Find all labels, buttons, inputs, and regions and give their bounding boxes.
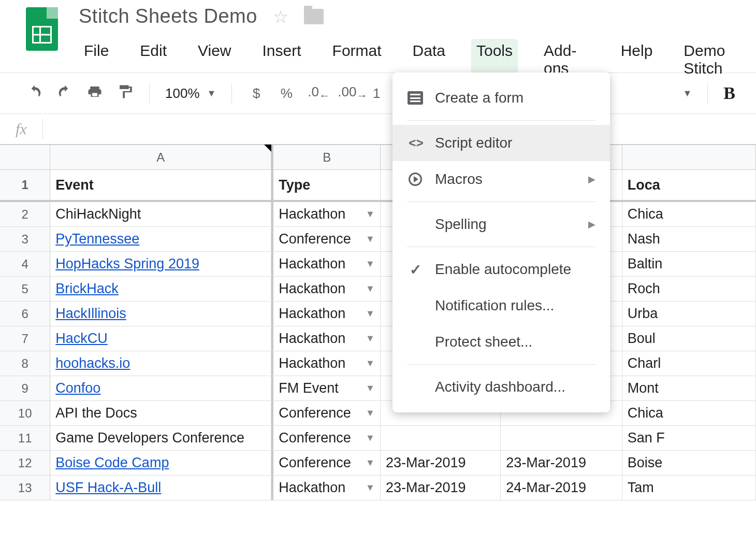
- cell-event[interactable]: Boise Code Camp: [50, 451, 271, 475]
- cell-dropdown-icon[interactable]: ▼: [366, 209, 375, 220]
- folder-icon[interactable]: [304, 9, 324, 24]
- column-header-b[interactable]: B: [271, 145, 381, 169]
- row-number[interactable]: 9: [0, 376, 50, 400]
- tools-macros[interactable]: Macros ▶: [392, 161, 610, 197]
- menu-insert[interactable]: Insert: [257, 39, 307, 80]
- cell-type[interactable]: Hackathon▼: [271, 202, 381, 226]
- tools-activity-dashboard[interactable]: Activity dashboard...: [392, 369, 610, 405]
- tools-create-form[interactable]: Create a form: [392, 80, 610, 116]
- zoom-select[interactable]: 100%▼: [165, 85, 216, 102]
- cell-location[interactable]: Tam: [622, 476, 756, 500]
- cell-dropdown-icon[interactable]: ▼: [366, 259, 375, 269]
- header-type[interactable]: Type: [271, 170, 381, 200]
- cell-type[interactable]: Conference▼: [271, 227, 381, 251]
- cell-event[interactable]: API the Docs: [50, 401, 271, 425]
- cell-event[interactable]: BrickHack: [50, 277, 271, 301]
- menu-help[interactable]: Help: [616, 39, 658, 80]
- cell-location[interactable]: Boul: [622, 326, 756, 351]
- cell-location[interactable]: Charl: [622, 351, 756, 376]
- row-number[interactable]: 13: [0, 476, 50, 500]
- row-number[interactable]: 2: [0, 202, 50, 226]
- column-header-e[interactable]: [622, 145, 756, 169]
- cell-dropdown-icon[interactable]: ▼: [366, 358, 375, 369]
- sheets-logo[interactable]: [26, 7, 58, 51]
- tools-spelling[interactable]: Spelling ▶: [392, 206, 610, 242]
- more-formats-dropdown[interactable]: ▼: [682, 88, 692, 99]
- cell-type[interactable]: Conference▼: [271, 426, 381, 450]
- row-number[interactable]: 12: [0, 451, 50, 475]
- menu-view[interactable]: View: [193, 39, 236, 80]
- cell-dropdown-icon[interactable]: ▼: [366, 482, 375, 493]
- cell-dropdown-icon[interactable]: ▼: [366, 408, 375, 419]
- cell-location[interactable]: Urba: [622, 302, 756, 326]
- cell-event[interactable]: USF Hack-A-Bull: [50, 476, 271, 500]
- bold-button[interactable]: B: [723, 83, 735, 103]
- cell-type[interactable]: Hackathon▼: [271, 351, 381, 376]
- cell-event[interactable]: Confoo: [50, 376, 271, 400]
- select-all-corner[interactable]: [0, 145, 50, 169]
- cell-event[interactable]: HackIllinois: [50, 302, 271, 326]
- row-number[interactable]: 1: [0, 170, 50, 200]
- cell-type[interactable]: Conference▼: [271, 401, 381, 425]
- menu-edit[interactable]: Edit: [135, 39, 172, 80]
- cell-location[interactable]: Roch: [622, 277, 756, 301]
- cell-event[interactable]: HopHacks Spring 2019: [50, 252, 271, 276]
- cell-type[interactable]: Hackathon▼: [271, 326, 381, 351]
- cell[interactable]: 23-Mar-2019: [381, 476, 501, 500]
- cell-location[interactable]: Baltin: [622, 252, 756, 276]
- increase-decimal-button[interactable]: .00→: [338, 84, 355, 103]
- cell-event[interactable]: ChiHackNight: [50, 202, 271, 226]
- cell[interactable]: [501, 426, 622, 450]
- star-icon[interactable]: ☆: [273, 6, 288, 27]
- cell-type[interactable]: Hackathon▼: [271, 277, 381, 301]
- format-percent-button[interactable]: %: [278, 85, 295, 102]
- cell[interactable]: 23-Mar-2019: [381, 451, 501, 475]
- column-header-a[interactable]: A: [50, 145, 271, 169]
- cell-event[interactable]: Game Developers Conference: [50, 426, 271, 450]
- cell-type[interactable]: Hackathon▼: [271, 476, 381, 500]
- tools-enable-autocomplete[interactable]: Enable autocomplete: [392, 251, 610, 288]
- row-number[interactable]: 7: [0, 326, 50, 351]
- cell-dropdown-icon[interactable]: ▼: [366, 457, 375, 468]
- row-number[interactable]: 3: [0, 227, 50, 251]
- cell-location[interactable]: San F: [622, 426, 756, 450]
- row-number[interactable]: 5: [0, 277, 50, 301]
- header-event[interactable]: Event: [50, 170, 271, 200]
- tools-protect-sheet[interactable]: Protect sheet...: [392, 324, 610, 360]
- format-currency-button[interactable]: $: [248, 85, 265, 102]
- cell-event[interactable]: hoohacks.io: [50, 351, 271, 376]
- cell-location[interactable]: Boise: [622, 451, 756, 475]
- cell-location[interactable]: Mont: [622, 376, 756, 400]
- cell-type[interactable]: FM Event▼: [271, 376, 381, 400]
- menu-file[interactable]: File: [79, 39, 114, 80]
- decrease-decimal-button[interactable]: .0←: [308, 84, 325, 103]
- cell-location[interactable]: Nash: [622, 227, 756, 251]
- document-title[interactable]: Stitch Sheets Demo: [79, 5, 257, 27]
- cell-location[interactable]: Chica: [622, 202, 756, 226]
- paint-format-button[interactable]: [116, 84, 134, 103]
- undo-button[interactable]: [26, 84, 43, 103]
- cell-dropdown-icon[interactable]: ▼: [366, 333, 375, 344]
- print-button[interactable]: [86, 84, 104, 103]
- cell[interactable]: 24-Mar-2019: [501, 476, 622, 500]
- header-location[interactable]: Loca: [622, 170, 756, 200]
- cell-event[interactable]: HackCU: [50, 326, 271, 351]
- cell[interactable]: 23-Mar-2019: [501, 451, 622, 475]
- row-number[interactable]: 4: [0, 252, 50, 276]
- tools-notification-rules[interactable]: Notification rules...: [392, 288, 610, 324]
- row-number[interactable]: 8: [0, 351, 50, 376]
- cell-location[interactable]: Chica: [622, 401, 756, 425]
- font-size-partial[interactable]: 1: [368, 85, 385, 102]
- cell-dropdown-icon[interactable]: ▼: [366, 383, 375, 394]
- row-number[interactable]: 10: [0, 401, 50, 425]
- cell-type[interactable]: Hackathon▼: [271, 252, 381, 276]
- row-number[interactable]: 6: [0, 302, 50, 326]
- cell-dropdown-icon[interactable]: ▼: [366, 308, 375, 319]
- cell-dropdown-icon[interactable]: ▼: [366, 283, 375, 294]
- row-number[interactable]: 11: [0, 426, 50, 450]
- tools-script-editor[interactable]: Script editor: [392, 125, 610, 161]
- redo-button[interactable]: [56, 84, 74, 103]
- cell-type[interactable]: Conference▼: [271, 451, 381, 475]
- cell-event[interactable]: PyTennessee: [50, 227, 271, 251]
- cell[interactable]: [381, 426, 501, 450]
